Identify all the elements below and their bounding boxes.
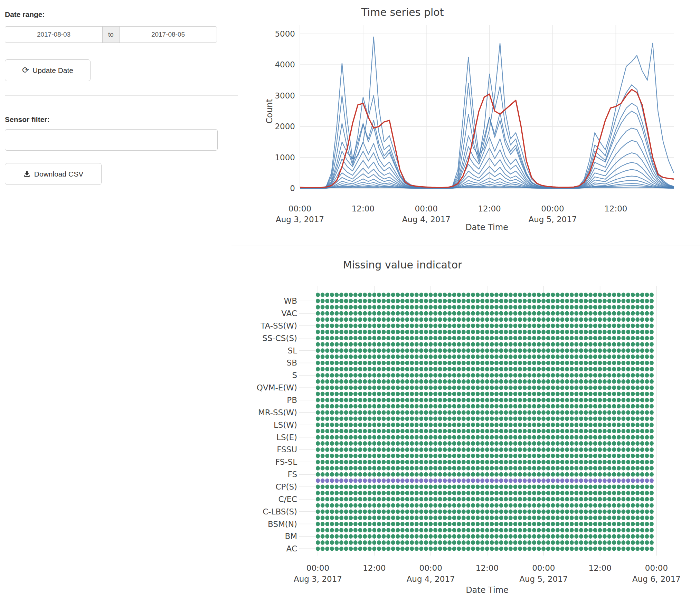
mv-row-label-WB: WB (284, 296, 297, 305)
ts-line-sensor-14 (300, 187, 674, 188)
date-end-input[interactable] (119, 26, 217, 43)
date-start-input[interactable] (5, 26, 103, 43)
ts-y-axis-title: Count (265, 99, 274, 123)
svg-text:Aug 3, 2017: Aug 3, 2017 (276, 215, 324, 224)
mv-dot-row-8 (316, 342, 654, 347)
mv-dot-row-12 (316, 367, 654, 371)
mv-dot-row-32 (316, 491, 654, 495)
svg-text:00:00: 00:00 (288, 204, 311, 213)
mv-dot-row-6 (316, 330, 654, 334)
sidebar-divider (5, 95, 238, 96)
mv-dot-row-30 (316, 479, 654, 483)
mv-dot-row-38 (316, 528, 654, 532)
svg-text:Aug 6, 2017: Aug 6, 2017 (632, 575, 681, 584)
mv-title: Missing value indicator (343, 259, 463, 271)
svg-text:Aug 4, 2017: Aug 4, 2017 (402, 215, 451, 224)
mv-row-label-S: S (292, 371, 297, 380)
mv-row-label-C-LBS(S): C-LBS(S) (263, 507, 297, 516)
ts-title: Time series plot (361, 6, 444, 18)
mv-row-label-FS: FS (288, 470, 297, 479)
svg-text:00:00: 00:00 (415, 204, 438, 213)
mv-dot-row-28 (316, 466, 654, 471)
mv-row-label-VAC: VAC (281, 309, 297, 318)
sensor-filter-input[interactable] (5, 129, 218, 151)
mv-row-label-TA-SS(W): TA-SS(W) (260, 321, 297, 330)
svg-text:2000: 2000 (275, 122, 295, 131)
mv-dot-row-22 (316, 429, 654, 433)
svg-text:12:00: 12:00 (604, 204, 627, 213)
download-csv-button[interactable]: Download CSV (5, 163, 102, 185)
svg-text:12:00: 12:00 (476, 564, 499, 572)
update-date-button-label: Update Date (32, 66, 73, 75)
mv-dot-row-24 (316, 441, 654, 446)
svg-text:1000: 1000 (275, 153, 295, 162)
svg-text:00:00: 00:00 (541, 204, 564, 213)
mv-row-label-C/EC: C/EC (278, 495, 297, 504)
mv-row-label-CP(S): CP(S) (276, 482, 297, 491)
missing-value-chart: 00:00Aug 3, 201712:0000:00Aug 4, 201712:… (238, 246, 700, 606)
mv-row-label-MR-SS(W): MR-SS(W) (258, 408, 297, 417)
mv-row-label-AC: AC (286, 544, 297, 553)
date-range-label: Date range: (5, 10, 45, 19)
svg-text:Aug 5, 2017: Aug 5, 2017 (528, 215, 577, 224)
mv-row-label-QVM-E(W): QVM-E(W) (257, 383, 297, 392)
mv-dot-row-34 (316, 503, 654, 508)
date-range-separator: to (102, 26, 120, 43)
time-series-plot-svg: 01000200030004000500000:00Aug 3, 201712:… (238, 0, 700, 246)
svg-text:12:00: 12:00 (478, 204, 501, 213)
mv-row-label-SL: SL (288, 346, 297, 355)
download-csv-button-label: Download CSV (34, 170, 83, 178)
mv-dot-row-20 (316, 416, 654, 421)
svg-text:4000: 4000 (275, 60, 295, 69)
svg-text:Aug 5, 2017: Aug 5, 2017 (519, 575, 568, 584)
svg-text:00:00: 00:00 (645, 564, 668, 572)
svg-text:Aug 4, 2017: Aug 4, 2017 (407, 575, 455, 584)
date-range-input-group: to (5, 26, 218, 43)
refresh-icon: ⟳ (22, 66, 29, 74)
svg-text:3000: 3000 (275, 91, 295, 100)
mv-dot-row-16 (316, 392, 654, 396)
mv-dot-row-10 (316, 354, 654, 359)
mv-dot-row-36 (316, 515, 654, 520)
ts-x-axis-title: Date Time (465, 222, 508, 232)
mv-dot-row-18 (316, 404, 654, 409)
mv-dot-row-26 (316, 454, 654, 458)
svg-text:00:00: 00:00 (532, 564, 555, 572)
dashboard-page: { "sidebar": { "date_range_label": "Date… (0, 0, 700, 606)
svg-text:5000: 5000 (275, 29, 295, 38)
mv-row-label-LS(E): LS(E) (276, 433, 297, 442)
ts-line-sensor-04 (300, 111, 674, 188)
update-date-button[interactable]: ⟳ Update Date (5, 59, 91, 81)
mv-dot-row-40 (316, 540, 654, 545)
time-series-chart: 01000200030004000500000:00Aug 3, 201712:… (238, 0, 700, 246)
mv-dot-row-4 (316, 318, 654, 322)
mv-dot-grid (316, 293, 654, 551)
svg-text:12:00: 12:00 (589, 564, 612, 572)
svg-text:00:00: 00:00 (306, 564, 329, 572)
missing-value-plot-svg: 00:00Aug 3, 201712:0000:00Aug 4, 201712:… (238, 246, 700, 606)
mv-dot-row-2 (316, 305, 654, 310)
svg-text:Aug 3, 2017: Aug 3, 2017 (294, 575, 342, 584)
download-icon (23, 170, 31, 178)
svg-text:12:00: 12:00 (363, 564, 386, 572)
svg-text:12:00: 12:00 (352, 204, 375, 213)
control-sidebar: Date range: to ⟳ Update Date Sensor filt… (0, 0, 238, 606)
mv-row-label-SB: SB (287, 358, 297, 367)
ts-series-lines (300, 37, 674, 188)
svg-text:0: 0 (290, 184, 295, 193)
mv-dot-row-14 (316, 379, 654, 384)
mv-row-label-BM: BM (285, 532, 297, 541)
mv-row-label-FS-SL: FS-SL (275, 457, 297, 466)
mv-x-axis-title: Date Time (466, 585, 509, 595)
mv-row-label-PB: PB (287, 396, 297, 405)
mv-row-label-LS(W): LS(W) (274, 420, 297, 429)
mv-row-label-BSM(N): BSM(N) (268, 520, 297, 529)
mv-row-label-FSSU: FSSU (277, 445, 297, 454)
mv-dot-row-0 (316, 293, 654, 297)
mv-row-label-SS-CS(S): SS-CS(S) (262, 334, 297, 343)
sensor-filter-label: Sensor filter: (5, 115, 50, 124)
svg-text:00:00: 00:00 (419, 564, 442, 572)
